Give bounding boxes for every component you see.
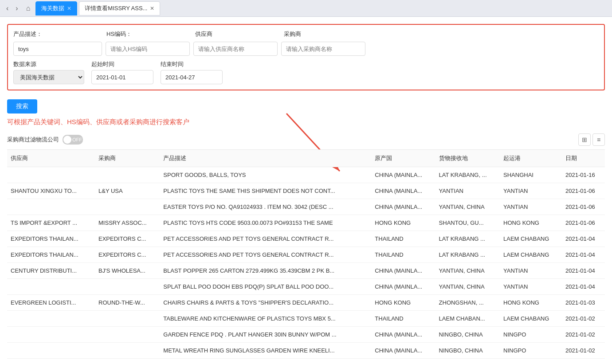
keyword-input[interactable]	[13, 42, 102, 56]
cell-date: 2021-01-04	[562, 247, 605, 263]
table-row: SPORT GOODS, BALLS, TOYSCHINA (MAINLA...…	[7, 167, 605, 183]
cell-origin: HONG KONG	[371, 295, 435, 311]
cell-supplier	[7, 167, 95, 183]
datasource-row: 数据来源 美国海关数据 起始时间 结束时间	[13, 60, 599, 84]
cell-origin: CHINA (MAINLA...	[371, 279, 435, 295]
filter-left: 采购商过滤物流公司 OFF	[7, 135, 83, 145]
cell-origin: CHINA (MAINLA...	[371, 199, 435, 215]
tab-home-btn[interactable]: ⌂	[23, 3, 34, 14]
start-date-input[interactable]	[91, 70, 153, 84]
cell-port: NINGPO	[500, 327, 562, 343]
col-origin: 原产国	[371, 150, 435, 167]
list-view-btn[interactable]: ≡	[592, 133, 605, 146]
cell-description[interactable]: PLASTIC TOYS THE SAME THIS SHIPMENT DOES…	[160, 183, 371, 199]
cell-destination: YANTIAN, CHINA	[435, 279, 500, 295]
datasource-label: 数据来源	[13, 60, 84, 68]
cell-supplier[interactable]: EXPEDITORS THAILAN...	[7, 247, 95, 263]
cell-buyer[interactable]: BJ'S WHOLESA...	[95, 263, 160, 279]
cell-destination: ZHONGSHAN, ...	[435, 295, 500, 311]
cell-description[interactable]: PET ACCESSORIES AND PET TOYS GENERAL CON…	[160, 247, 371, 263]
buyer-label: 采购商	[284, 30, 373, 38]
search-button[interactable]: 搜索	[7, 99, 37, 114]
cell-date: 2021-01-03	[562, 295, 605, 311]
cell-origin: HONG KONG	[371, 215, 435, 231]
tab-customs-label: 海关数据	[41, 4, 64, 12]
end-date-input[interactable]	[161, 70, 223, 84]
toggle-circle	[63, 136, 71, 144]
cell-supplier	[7, 199, 95, 215]
hs-label: HS编码：	[106, 30, 195, 38]
start-label: 起始时间	[91, 60, 153, 68]
cell-port: HONG KONG	[500, 295, 562, 311]
filter-toggle[interactable]: OFF	[63, 135, 83, 145]
cell-buyer[interactable]: ROUND-THE-W...	[95, 295, 160, 311]
end-group: 结束时间	[161, 60, 223, 84]
table-row: EASTER TOYS P/O NO. QA91024933 . ITEM NO…	[7, 199, 605, 215]
cell-description[interactable]: PET ACCESSORIES AND PET TOYS GENERAL CON…	[160, 231, 371, 247]
tab-back-btn[interactable]: ‹	[4, 3, 11, 14]
cell-destination: YANTIAN, CHINA	[435, 199, 500, 215]
cell-port: YANTIAN	[500, 279, 562, 295]
table-row: EXPEDITORS THAILAN...EXPEDITORS C...PET …	[7, 231, 605, 247]
datasource-select[interactable]: 美国海关数据	[13, 70, 84, 84]
hint-container: 可根据产品关键词、HS编码、供应商或者采购商进行搜索客户	[7, 118, 605, 126]
cell-buyer[interactable]: L&Y USA	[95, 183, 160, 199]
cell-destination: LAEM CHABAN...	[435, 311, 500, 327]
pagination: ‹ 1 2 3 ... 2568 › 到第 页 确定 共 33373 条 10条…	[7, 359, 605, 364]
col-supplier: 供应商	[7, 150, 95, 167]
cell-supplier[interactable]: TS IMPORT &EXPORT ...	[7, 215, 95, 231]
cell-supplier[interactable]: EXPEDITORS THAILAN...	[7, 231, 95, 247]
cell-description[interactable]: BLAST POPPER 265 CARTON 2729.499KG 35.43…	[160, 263, 371, 279]
tab-bar: ‹ › ⌂ 海关数据 ✕ 详情查看MISSRY ASS... ✕	[0, 0, 612, 17]
cell-buyer[interactable]: EXPEDITORS C...	[95, 231, 160, 247]
hs-input[interactable]	[106, 42, 190, 56]
filter-label: 采购商过滤物流公司	[7, 136, 59, 144]
cell-origin: THAILAND	[371, 247, 435, 263]
cell-supplier	[7, 311, 95, 327]
cell-description[interactable]: SPLAT BALL POO DOOH EBS PDQ(P) SPLAT BAL…	[160, 279, 371, 295]
cell-destination: YANTIAN, CHINA	[435, 263, 500, 279]
cell-description[interactable]: SPORT GOODS, BALLS, TOYS	[160, 167, 371, 183]
table-row: SPLAT BALL POO DOOH EBS PDQ(P) SPLAT BAL…	[7, 279, 605, 295]
cell-origin: CHINA (MAINLA...	[371, 343, 435, 359]
cell-supplier[interactable]: EVERGREEN LOGISTI...	[7, 295, 95, 311]
table-body: SPORT GOODS, BALLS, TOYSCHINA (MAINLA...…	[7, 167, 605, 359]
cell-description[interactable]: EASTER TOYS P/O NO. QA91024933 . ITEM NO…	[160, 199, 371, 215]
buyer-input[interactable]	[281, 42, 365, 56]
table-row: EVERGREEN LOGISTI...ROUND-THE-W...CHAIRS…	[7, 295, 605, 311]
tab-detail-label: 详情查看MISSRY ASS...	[85, 4, 147, 12]
cell-port: LAEM CHABANG	[500, 247, 562, 263]
cell-buyer	[95, 167, 160, 183]
cell-origin: THAILAND	[371, 311, 435, 327]
tab-customs[interactable]: 海关数据 ✕	[35, 1, 77, 16]
cell-supplier[interactable]: SHANTOU XINGXU TO...	[7, 183, 95, 199]
cell-destination: LAT KRABANG ...	[435, 231, 500, 247]
cell-buyer[interactable]: MISSRY ASSOC...	[95, 215, 160, 231]
supplier-label: 供应商	[195, 30, 284, 38]
tab-customs-close[interactable]: ✕	[67, 5, 71, 12]
cell-port: LAEM CHABANG	[500, 231, 562, 247]
cell-destination: NINGBO, CHINA	[435, 343, 500, 359]
cell-origin: CHINA (MAINLA...	[371, 327, 435, 343]
datasource-group: 数据来源 美国海关数据	[13, 60, 84, 84]
cell-description[interactable]: METAL WREATH RING SUNGLASSES GARDEN WIRE…	[160, 343, 371, 359]
form-inputs	[13, 42, 599, 56]
cell-port: NINGPO	[500, 343, 562, 359]
cell-buyer[interactable]: EXPEDITORS C...	[95, 247, 160, 263]
cell-description[interactable]: TABLEWARE AND KITCHENWARE OF PLASTICS TO…	[160, 311, 371, 327]
cell-date: 2021-01-16	[562, 167, 605, 183]
cell-date: 2021-01-06	[562, 215, 605, 231]
tab-detail[interactable]: 详情查看MISSRY ASS... ✕	[79, 1, 160, 16]
supplier-input[interactable]	[193, 42, 278, 56]
cell-destination: LAT KRABANG ...	[435, 247, 500, 263]
tab-forward-btn[interactable]: ›	[13, 3, 20, 14]
cell-description[interactable]: CHAIRS CHAIRS & PARTS & TOYS "SHIPPER'S …	[160, 295, 371, 311]
cell-description[interactable]: PLASTIC TOYS HTS CODE 9503.00.0073 PO#93…	[160, 215, 371, 231]
cell-description[interactable]: GARDEN FENCE PDQ . PLANT HANGER 30IN BUN…	[160, 327, 371, 343]
cell-port: YANTIAN	[500, 263, 562, 279]
tab-detail-close[interactable]: ✕	[150, 5, 154, 12]
cell-port: HONG KONG	[500, 215, 562, 231]
cell-destination: NINGBO, CHINA	[435, 327, 500, 343]
grid-view-btn[interactable]: ⊞	[578, 133, 591, 146]
cell-supplier[interactable]: CENTURY DISTRIBUTI...	[7, 263, 95, 279]
